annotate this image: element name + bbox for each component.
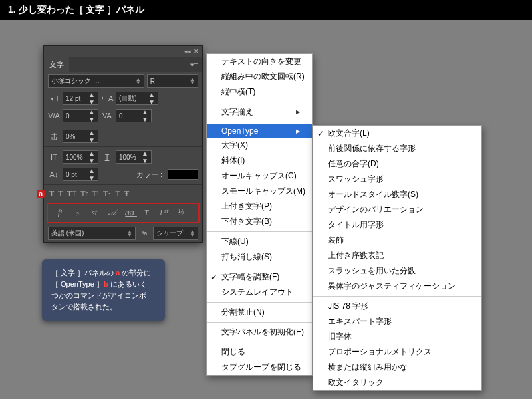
menu-item[interactable]: オールキャップス(C) (207, 168, 312, 184)
menu-item[interactable]: エキスパート字形 (313, 314, 481, 329)
menu-item[interactable]: 文字パネルを初期化(E) (207, 325, 312, 340)
panel-tabs: 文字 ▾≡ (44, 57, 202, 72)
kerning-icon: V/A (48, 112, 60, 120)
kerning-input[interactable]: 0▲▼ (63, 109, 98, 122)
color-swatch[interactable] (168, 169, 198, 180)
menu-item[interactable]: プロポーショナルメトリクス (313, 344, 481, 360)
menu-item[interactable]: 前後関係に依存する字形 (313, 141, 481, 156)
tsume-input[interactable]: 0%▲▼ (63, 130, 98, 143)
menu-item[interactable]: 下付き文字(B) (207, 214, 312, 229)
menu-item[interactable]: 下線(U) (207, 234, 312, 249)
style-btn-1[interactable]: T (58, 189, 63, 199)
color-label: カラー : (101, 170, 165, 180)
menu-item[interactable]: 欧文イタリック (313, 375, 481, 390)
menu-item[interactable]: 横または縦組み用かな (313, 360, 481, 375)
baseline-input[interactable]: 0 pt▲▼ (63, 168, 98, 181)
ot-ordinal-icon[interactable]: 1ˢᵗ (157, 208, 170, 218)
menu-item[interactable]: タブグループを閉じる (207, 360, 312, 375)
ot-ligature-icon[interactable]: fi (53, 208, 66, 218)
style-btn-6[interactable]: T (116, 189, 120, 199)
close-icon[interactable]: ✕ (194, 48, 199, 55)
menu-item[interactable]: スワッシュ字形 (313, 172, 481, 187)
panel-flyout-menu: テキストの向きを変更縦組み中の欧文回転(R)縦中横(T)文字揃えOpenType… (206, 53, 313, 376)
menu-item[interactable]: 装飾 (313, 233, 481, 248)
menu-item[interactable]: JIS 78 字形 (313, 299, 481, 314)
menu-item[interactable]: 縦中横(T) (207, 84, 312, 100)
hscale-input[interactable]: 100%▲▼ (116, 150, 152, 164)
tsume-icon: 击 (48, 132, 60, 142)
opentype-button-row: fi ℴ st 𝒜 a͟a͟ T 1ˢᵗ ½ (47, 203, 200, 223)
ot-fraction-icon[interactable]: ½ (174, 208, 188, 218)
menu-item[interactable]: デザインのバリエーション (313, 202, 481, 217)
style-btn-3[interactable]: Tr (80, 189, 88, 199)
leading-input[interactable]: (自動)▲▼ (116, 92, 158, 105)
menu-item[interactable]: テキストの向きを変更 (207, 54, 312, 69)
baseline-icon: A↕ (48, 170, 60, 178)
antialias-select[interactable]: シャープ▲▼ (153, 227, 198, 240)
vscale-icon: IT (48, 153, 60, 161)
leading-icon: ⭠A (101, 94, 113, 102)
style-btn-7[interactable]: Ŧ (124, 189, 129, 199)
menu-item[interactable]: 分割禁止(N) (207, 305, 312, 320)
character-panel: ◂◂ ✕ 文字 ▾≡ 小塚ゴシック …▲▼ R▲▼ ᠇T 12 pt▲▼ ⭠A … (43, 45, 203, 243)
tracking-icon: VA (101, 112, 113, 120)
menu-item[interactable]: タイトル用字形 (313, 217, 481, 233)
tab-character[interactable]: 文字 (44, 57, 69, 72)
style-btn-2[interactable]: TT (67, 189, 77, 199)
menu-item[interactable]: 旧字体 (313, 329, 481, 344)
font-family-select[interactable]: 小塚ゴシック …▲▼ (48, 74, 144, 88)
ot-contextual-icon[interactable]: ℴ (70, 208, 84, 218)
panel-header: ◂◂ ✕ (44, 46, 202, 57)
menu-item[interactable]: 上付き序数表記 (313, 248, 481, 263)
type-style-row: T T TT Tr T¹ T₁ T Ŧ (44, 186, 202, 201)
ot-discretionary-icon[interactable]: st (88, 208, 101, 218)
menu-item[interactable]: 文字幅を調整(F) (207, 269, 312, 285)
marker-a: a (37, 190, 45, 198)
menu-item[interactable]: 上付き文字(P) (207, 199, 312, 214)
vscale-input[interactable]: 100%▲▼ (63, 150, 98, 164)
ot-swash-icon[interactable]: 𝒜 (105, 208, 118, 218)
style-btn-4[interactable]: T¹ (92, 189, 99, 199)
language-select[interactable]: 英語 (米国)▲▼ (48, 227, 136, 240)
opentype-submenu: 欧文合字(L)前後関係に依存する字形任意の合字(D)スワッシュ字形オールドスタイ… (313, 125, 482, 391)
menu-item[interactable]: 文字揃え (207, 104, 312, 120)
panel-menu-icon[interactable]: ▾≡ (186, 61, 202, 69)
collapse-icon[interactable]: ◂◂ (184, 48, 191, 55)
callout-box: ［ 文字 ］パネルの a の部分に ［ OpenType ］b にあるいく つか… (42, 259, 165, 321)
ot-stylistic-icon[interactable]: a͟a͟ (122, 208, 136, 218)
stage: ◂◂ ✕ 文字 ▾≡ 小塚ゴシック …▲▼ R▲▼ ᠇T 12 pt▲▼ ⭠A … (0, 20, 532, 399)
ot-titling-icon[interactable]: T (140, 208, 153, 218)
menu-item[interactable]: オールドスタイル数字(S) (313, 187, 481, 202)
menu-item[interactable]: 欧文合字(L) (313, 126, 481, 141)
style-btn-5[interactable]: T₁ (103, 189, 111, 199)
menu-item[interactable]: スモールキャップス(M) (207, 184, 312, 199)
page-title: 1. 少し変わった［ 文字 ］パネル (0, 0, 532, 20)
menu-item[interactable]: 閉じる (207, 344, 312, 360)
menu-item[interactable]: 斜体(I) (207, 153, 312, 168)
style-btn-0[interactable]: T (49, 189, 54, 199)
size-icon: ᠇T (48, 94, 60, 102)
menu-item[interactable]: システムレイアウト (207, 285, 312, 300)
tracking-input[interactable]: 0▲▼ (116, 109, 152, 122)
font-style-select[interactable]: R▲▼ (147, 74, 198, 88)
font-size-input[interactable]: 12 pt▲▼ (63, 92, 98, 105)
menu-item[interactable]: スラッシュを用いた分数 (313, 263, 481, 279)
menu-item[interactable]: 任意の合字(D) (313, 156, 481, 172)
hscale-icon: T (101, 153, 113, 161)
menu-item[interactable]: OpenType (207, 124, 312, 138)
menu-item[interactable]: 縦組み中の欧文回転(R) (207, 69, 312, 84)
menu-item[interactable]: 打ち消し線(S) (207, 249, 312, 265)
menu-item[interactable]: 太字(X) (207, 138, 312, 153)
menu-item[interactable]: 異体字のジャスティフィケーション (313, 279, 481, 294)
aa-icon: ªa (138, 230, 150, 237)
